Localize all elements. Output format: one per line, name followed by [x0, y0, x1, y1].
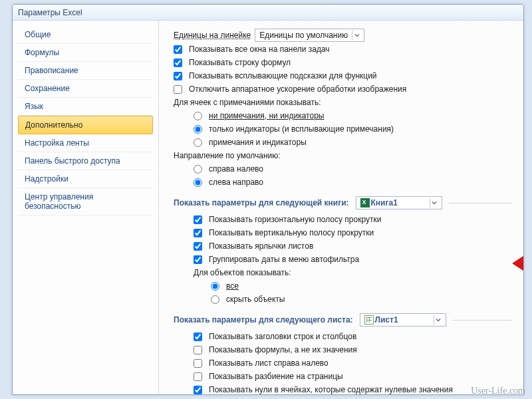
- callout-arrow-icon: [511, 247, 523, 280]
- workbook-combo-value: Книга1: [371, 198, 426, 207]
- nav-item-qat[interactable]: Панель быстрого доступа: [18, 152, 153, 170]
- dialog-body: Общие Формулы Правописание Сохранение Яз…: [13, 21, 523, 394]
- sheet-rtl-label: Показывать лист справа налево: [209, 357, 329, 369]
- nav-item-trust[interactable]: Центр управления безопасностью: [18, 188, 153, 215]
- direction-ltr-label: слева направо: [209, 176, 263, 188]
- disable-hw-checkbox[interactable]: [174, 85, 182, 94]
- pagebreaks-label: Показывать разбиение на страницы: [209, 370, 343, 382]
- headers-label: Показывать заголовки строк и столбцов: [209, 331, 356, 342]
- objects-hide-radio[interactable]: [211, 295, 219, 304]
- watermark: User-Life.com: [471, 386, 525, 396]
- nav-item-general[interactable]: Общие: [18, 26, 153, 44]
- formulas-checkbox[interactable]: [194, 346, 202, 354]
- sheet-combo-value: Лист1: [375, 315, 430, 325]
- comments-both-radio[interactable]: [194, 138, 202, 147]
- nav-item-save[interactable]: Сохранение: [18, 80, 153, 98]
- objects-hide-label: скрыть объекты: [226, 293, 285, 305]
- nav-item-ribbon[interactable]: Настройка ленты: [18, 134, 153, 152]
- show-formula-bar-checkbox[interactable]: [174, 59, 182, 67]
- ruler-label: Единицы на линейке: [174, 29, 251, 41]
- show-tooltips-checkbox[interactable]: [174, 72, 182, 80]
- vscroll-checkbox[interactable]: [194, 229, 202, 237]
- sheet-tabs-label: Показывать ярлычки листов: [209, 240, 313, 252]
- direction-rtl-label: справа налево: [209, 163, 263, 175]
- workbook-combo[interactable]: Книга1: [356, 196, 442, 209]
- vscroll-label: Показывать вертикальную полосу прокрутки: [209, 227, 374, 239]
- comments-heading: Для ячеек с примечаниями показывать:: [174, 96, 513, 108]
- comments-none-label: ни примечания, ни индикаторы: [209, 110, 324, 122]
- headers-checkbox[interactable]: [194, 332, 202, 341]
- disable-hw-label: Отключить аппаратное ускорение обработки…: [189, 83, 406, 95]
- objects-all-label: все: [226, 280, 239, 292]
- direction-rtl-radio[interactable]: [194, 165, 202, 174]
- formulas-label: Показывать формулы, а не их значения: [209, 344, 357, 356]
- options-dialog: Параметры Excel Общие Формулы Правописан…: [12, 4, 524, 395]
- ruler-combo-value: Единицы по умолчанию: [259, 29, 348, 41]
- window-title: Параметры Excel: [18, 8, 82, 17]
- chevron-down-icon: [352, 31, 361, 40]
- nav-panel: Общие Формулы Правописание Сохранение Яз…: [13, 21, 159, 394]
- zeros-checkbox[interactable]: [194, 386, 202, 394]
- ruler-row: Единицы на линейке Единицы по умолчанию: [174, 29, 513, 42]
- zeros-label: Показывать нули в ячейках, которые содер…: [209, 384, 453, 394]
- chevron-down-icon: [434, 315, 443, 325]
- sheet-combo[interactable]: Лист1: [360, 313, 446, 327]
- hscroll-label: Показывать горизонтальную полосу прокрут…: [209, 213, 381, 225]
- show-all-windows-checkbox[interactable]: [174, 45, 182, 54]
- sheet-icon: [364, 315, 374, 325]
- ruler-units-combo[interactable]: Единицы по умолчанию: [255, 29, 364, 42]
- direction-heading: Направление по умолчанию:: [174, 150, 513, 162]
- sheet-tabs-checkbox[interactable]: [194, 242, 202, 251]
- sheet-rtl-checkbox[interactable]: [194, 359, 202, 368]
- nav-item-formulas[interactable]: Формулы: [18, 44, 153, 62]
- sheet-section-heading: Показать параметры для следующего листа:…: [174, 313, 513, 327]
- content-panel: Единицы на линейке Единицы по умолчанию …: [159, 21, 523, 394]
- group-dates-checkbox[interactable]: [194, 255, 202, 264]
- group-dates-label: Группировать даты в меню автофильтра: [209, 253, 359, 265]
- nav-item-language[interactable]: Язык: [18, 98, 153, 116]
- nav-item-advanced[interactable]: Дополнительно: [18, 116, 153, 134]
- pagebreaks-checkbox[interactable]: [194, 372, 202, 381]
- nav-item-addins[interactable]: Надстройки: [18, 170, 153, 188]
- objects-all-radio[interactable]: [211, 282, 219, 291]
- comments-none-radio[interactable]: [194, 112, 202, 120]
- show-formula-bar-label: Показывать строку формул: [189, 57, 291, 68]
- nav-item-proofing[interactable]: Правописание: [18, 62, 153, 80]
- show-tooltips-label: Показывать всплывающие подсказки для фун…: [189, 70, 377, 82]
- workbook-icon: [360, 198, 370, 207]
- direction-ltr-radio[interactable]: [194, 178, 202, 187]
- chevron-down-icon: [430, 198, 439, 207]
- comments-indicators-label: только индикаторы (и всплывающие примеча…: [209, 123, 394, 135]
- titlebar: Параметры Excel: [13, 5, 523, 21]
- comments-both-label: примечания и индикаторы: [209, 136, 307, 148]
- comments-indicators-radio[interactable]: [194, 125, 202, 134]
- objects-heading: Для объектов показывать:: [174, 267, 513, 279]
- show-all-windows-label: Показывать все окна на панели задач: [189, 43, 330, 55]
- workbook-section-heading: Показать параметры для следующей книги: …: [174, 196, 513, 209]
- hscroll-checkbox[interactable]: [194, 215, 202, 224]
